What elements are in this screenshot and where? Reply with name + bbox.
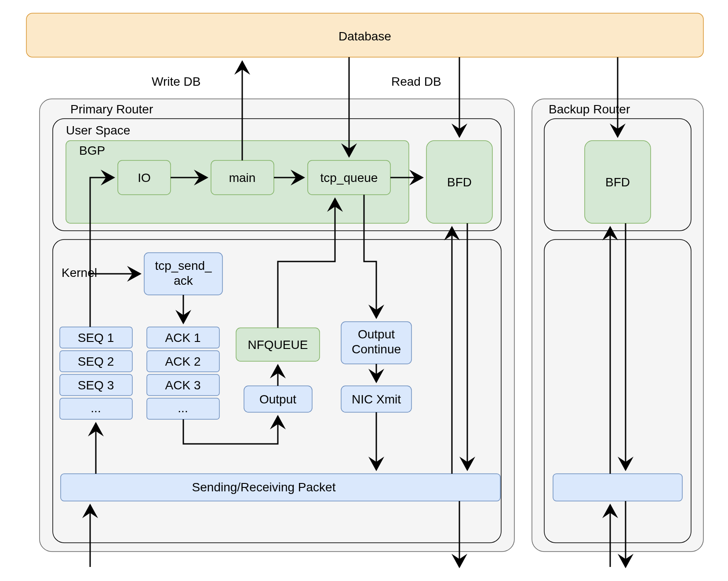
kernel-title: Kernel bbox=[62, 266, 97, 280]
output-label: Output bbox=[259, 392, 296, 406]
seq-1: SEQ 1 bbox=[78, 331, 114, 345]
ack-2: ACK 2 bbox=[165, 355, 201, 368]
primary-router-title: Primary Router bbox=[70, 102, 153, 116]
tcp-queue-label: tcp_queue bbox=[320, 171, 378, 185]
seq-2: SEQ 2 bbox=[78, 355, 114, 368]
nic-xmit-label: NIC Xmit bbox=[352, 392, 401, 406]
user-space-title: User Space bbox=[66, 123, 130, 137]
ack-3: ACK 3 bbox=[165, 378, 201, 392]
main-label: main bbox=[229, 171, 256, 185]
output-continue-l2: Continue bbox=[352, 342, 401, 356]
io-label: IO bbox=[138, 171, 151, 185]
database-title: Database bbox=[339, 29, 391, 43]
bfd-backup-label: BFD bbox=[605, 175, 630, 189]
tcp-send-ack-label-2: ack bbox=[174, 274, 193, 287]
bfd-primary-label: BFD bbox=[447, 175, 472, 189]
output-continue-l1: Output bbox=[358, 327, 395, 341]
read-db-label: Read DB bbox=[391, 75, 441, 88]
packet-label: Sending/Receiving Packet bbox=[192, 480, 336, 494]
ack-1: ACK 1 bbox=[165, 331, 201, 345]
seq-3: SEQ 3 bbox=[78, 378, 114, 392]
seq-4: ... bbox=[91, 401, 101, 415]
ack-4: ... bbox=[178, 401, 188, 415]
tcp-send-ack-label-1: tcp_send_ bbox=[155, 259, 212, 272]
nfqueue-label: NFQUEUE bbox=[248, 338, 308, 352]
bgp-title: BGP bbox=[79, 144, 105, 157]
write-db-label: Write DB bbox=[152, 75, 201, 88]
backup-packet-box bbox=[553, 474, 682, 501]
